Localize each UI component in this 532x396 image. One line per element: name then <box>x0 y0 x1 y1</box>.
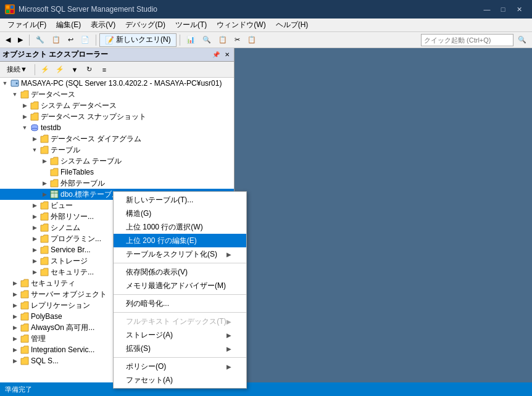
menu-view[interactable]: 表示(V) <box>86 19 120 31</box>
ctx-item-label-memory_optimizer: メモリ最適化アドバイザー(M) <box>126 281 226 291</box>
expand-icon-synonyms[interactable]: ▶ <box>30 223 39 233</box>
ctx-item-script_table[interactable]: テーブルをスクリプト化(S)▶ <box>114 247 246 261</box>
folder-icon-databases <box>20 89 30 99</box>
maximize-button[interactable]: □ <box>495 3 511 15</box>
toolbar-icon1[interactable]: 🔧 <box>33 33 48 47</box>
expand-icon-external_res[interactable]: ▶ <box>30 212 39 221</box>
tree-item-testdb[interactable]: ▼testdb <box>0 122 234 133</box>
minimize-button[interactable]: — <box>479 3 495 15</box>
menu-debug[interactable]: デバッグ(D) <box>120 19 170 31</box>
toolbar-icon3[interactable]: ↩ <box>65 33 77 47</box>
tree-item-filetables[interactable]: FileTables <box>0 167 234 178</box>
expand-icon-sql_server[interactable]: ▶ <box>10 356 20 366</box>
expand-icon-server[interactable]: ▼ <box>0 78 10 88</box>
expand-icon-dbo_table[interactable]: ▶ <box>39 189 49 199</box>
expand-icon-system_tables[interactable]: ▶ <box>39 156 49 166</box>
menu-window[interactable]: ウィンドウ(W) <box>212 19 270 31</box>
expand-icon-databases[interactable]: ▼ <box>10 89 20 99</box>
toolbar-back[interactable]: ◀ <box>2 33 14 47</box>
expand-icon-filetables[interactable] <box>39 167 49 177</box>
search-icon[interactable]: 🔍 <box>515 33 530 47</box>
ctx-item-storage[interactable]: ストレージ(A)▶ <box>114 328 246 342</box>
oe-filter-btn[interactable]: ▼ <box>68 63 81 76</box>
expand-icon-programmability[interactable]: ▶ <box>30 234 39 244</box>
expand-icon-system_db[interactable]: ▶ <box>20 101 30 110</box>
oe-btn-2[interactable]: ⚡ <box>53 63 67 76</box>
menu-help[interactable]: ヘルプ(H) <box>271 19 314 31</box>
folder-icon-polybase <box>20 311 30 321</box>
svg-point-8 <box>31 128 38 131</box>
connect-button[interactable]: 接続▼ <box>2 63 31 76</box>
expand-icon-polybase[interactable]: ▶ <box>10 311 20 321</box>
oe-btn-1[interactable]: ⚡ <box>38 63 52 76</box>
menu-tools[interactable]: ツール(T) <box>170 19 212 31</box>
toolbar-icon5[interactable]: 📊 <box>183 33 198 47</box>
expand-icon-security2[interactable]: ▶ <box>10 278 20 288</box>
tree-item-system_tables[interactable]: ▶システム テーブル <box>0 155 234 167</box>
expand-icon-views[interactable]: ▶ <box>30 200 39 210</box>
ctx-item-view_dependencies[interactable]: 依存関係の表示(V) <box>114 265 246 279</box>
main-layout: オブジェクト エクスプローラー 📌 ✕ 接続▼ ⚡ ⚡ ▼ ↻ ≡ ▼MASAY… <box>0 48 532 382</box>
toolbar-icon6[interactable]: 🔍 <box>199 33 214 47</box>
expand-icon-replication[interactable]: ▶ <box>10 300 20 310</box>
expand-icon-external_tables[interactable]: ▶ <box>39 178 49 188</box>
panel-pin-button[interactable]: 📌 <box>212 51 220 59</box>
toolbar-icon8[interactable]: ✂ <box>231 33 243 47</box>
oe-sep <box>35 64 35 75</box>
oe-menu-btn[interactable]: ≡ <box>98 63 111 76</box>
new-query-button[interactable]: 📝 新しいクエリ(N) <box>99 33 177 47</box>
tree-label-db_snapshot: データベース スナップショット <box>39 112 146 122</box>
tree-item-system_db[interactable]: ▶システム データベース <box>0 100 234 111</box>
expand-icon-management[interactable]: ▶ <box>10 334 20 344</box>
close-button[interactable]: ✕ <box>511 3 527 15</box>
expand-icon-db_snapshot[interactable]: ▶ <box>20 112 30 122</box>
ctx-submenu-arrow-storage: ▶ <box>227 332 231 339</box>
expand-icon-server_objects[interactable]: ▶ <box>10 289 20 299</box>
tree-item-tables[interactable]: ▼テーブル <box>0 144 234 155</box>
tree-label-external_res: 外部リソー... <box>49 212 94 222</box>
toolbar-icon2[interactable]: 📋 <box>49 33 64 47</box>
ctx-item-column_encryption[interactable]: 列の暗号化... <box>114 297 246 310</box>
menu-edit[interactable]: 編集(E) <box>51 19 86 31</box>
oe-refresh-btn[interactable]: ↻ <box>83 63 96 76</box>
main-toolbar: ◀ ▶ 🔧 📋 ↩ 📄 📝 新しいクエリ(N) 📊 🔍 📋 ✂ 📋 🔍 <box>0 32 532 48</box>
expand-icon-testdb[interactable]: ▼ <box>20 123 30 133</box>
panel-close-button[interactable]: ✕ <box>223 51 231 59</box>
toolbar-icon7[interactable]: 📋 <box>215 33 230 47</box>
expand-icon-tables[interactable]: ▼ <box>30 145 39 155</box>
expand-icon-alwayson[interactable]: ▶ <box>10 323 20 332</box>
expand-icon-service_broker[interactable]: ▶ <box>30 245 39 255</box>
expand-icon-db_diagram[interactable]: ▶ <box>30 134 39 144</box>
ctx-item-edit_top200[interactable]: 上位 200 行の編集(E) <box>114 234 246 247</box>
ctx-item-memory_optimizer[interactable]: メモリ最適化アドバイザー(M) <box>114 279 246 292</box>
tree-item-db_diagram[interactable]: ▶データベース ダイアグラム <box>0 133 234 144</box>
folder-icon-management <box>20 334 30 344</box>
tree-item-external_tables[interactable]: ▶外部テーブル <box>0 178 234 189</box>
table-icon-dbo_table <box>49 189 59 199</box>
ctx-separator <box>114 263 246 263</box>
ctx-item-facets[interactable]: ファセット(A) <box>114 373 246 387</box>
expand-icon-security[interactable]: ▶ <box>30 267 39 277</box>
toolbar-icon9[interactable]: 📋 <box>244 33 259 47</box>
tree-item-databases[interactable]: ▼データベース <box>0 89 234 100</box>
expand-icon-storage[interactable]: ▶ <box>30 256 39 266</box>
tree-label-filetables: FileTables <box>59 168 94 176</box>
ctx-item-design[interactable]: 構造(G) <box>114 207 246 220</box>
toolbar-sep-2 <box>96 35 96 46</box>
menu-bar: ファイル(F) 編集(E) 表示(V) デバッグ(D) ツール(T) ウィンドウ… <box>0 19 532 32</box>
tree-item-server[interactable]: ▼MASAYA-PC (SQL Server 13.0.4202.2 - MAS… <box>0 78 234 89</box>
expand-icon-integration_services[interactable]: ▶ <box>10 345 20 355</box>
folder-icon-sql_server <box>20 356 30 366</box>
folder-icon-synonyms <box>39 223 49 233</box>
ctx-item-new_table[interactable]: 新しいテーブル(T)... <box>114 193 246 207</box>
menu-file[interactable]: ファイル(F) <box>2 19 51 31</box>
toolbar-forward[interactable]: ▶ <box>15 33 26 47</box>
tree-item-db_snapshot[interactable]: ▶データベース スナップショット <box>0 111 234 122</box>
tree-label-dbo_table: dbo.標準テーブル <box>59 189 119 200</box>
ctx-item-extensions[interactable]: 拡張(S)▶ <box>114 342 246 355</box>
ctx-item-policy[interactable]: ポリシー(O)▶ <box>114 360 246 373</box>
ctx-item-select_top1000[interactable]: 上位 1000 行の選択(W) <box>114 220 246 234</box>
new-query-label: 新しいクエリ(N) <box>116 35 171 45</box>
toolbar-icon4[interactable]: 📄 <box>78 33 93 47</box>
quick-launch-input[interactable] <box>421 34 513 46</box>
